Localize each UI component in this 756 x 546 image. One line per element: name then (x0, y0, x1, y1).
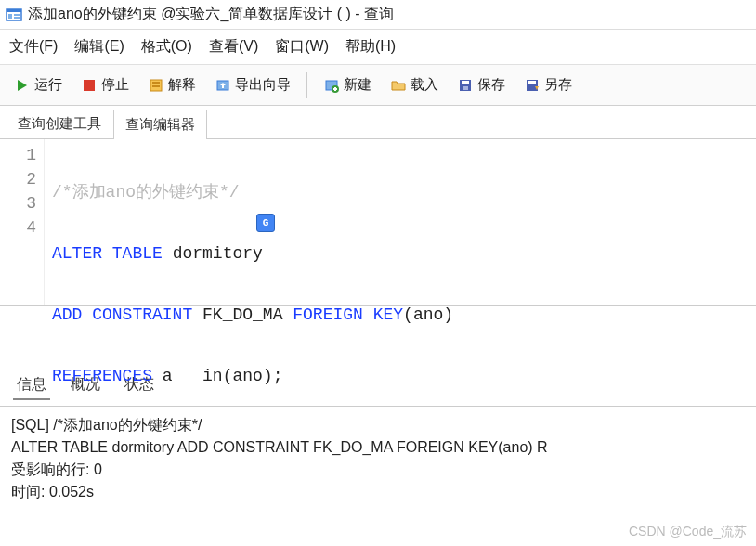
code-line-1: /*添加ano的外键约束*/ (52, 180, 750, 204)
svg-rect-2 (8, 14, 12, 19)
run-button[interactable]: 运行 (7, 72, 69, 98)
toolbar-separator (306, 72, 307, 98)
new-label: 新建 (344, 76, 371, 94)
code-line-3: ADD CONSTRAINT FK_DO_MA FOREIGN KEY(ano) (52, 303, 750, 327)
code-line-4: REFERENCES a in(ano); (52, 364, 750, 388)
keyword: REFERENCES (52, 367, 152, 385)
identifier: dormitory (163, 244, 263, 263)
sql-editor[interactable]: 1 2 3 4 /*添加ano的外键约束*/ ALTER TABLE dormi… (0, 139, 756, 306)
comment-text: /*添加ano的外键约束*/ (52, 183, 240, 202)
svg-rect-18 (463, 86, 468, 90)
gutter-line: 1 (0, 143, 36, 167)
svg-rect-1 (7, 9, 21, 12)
tab-query-builder[interactable]: 查询创建工具 (6, 109, 113, 138)
gutter-line: 4 (0, 215, 36, 240)
stop-label: 停止 (101, 76, 129, 94)
keyword: ALTER TABLE (52, 244, 163, 263)
export-icon (215, 77, 231, 94)
titlebar: 添加ano的外键约束 @实验六_简单数据库设计 ( ) - 查询 (0, 0, 756, 30)
menu-view[interactable]: 查看(V) (209, 37, 258, 57)
gutter-line: 2 (0, 167, 36, 191)
translate-overlay-icon[interactable]: G (256, 214, 275, 232)
save-icon (457, 77, 474, 94)
stop-button[interactable]: 停止 (74, 72, 136, 98)
tab-info[interactable]: 信息 (13, 371, 50, 400)
code-area[interactable]: /*添加ano的外键约束*/ ALTER TABLE dormitory ADD… (45, 139, 756, 306)
load-button[interactable]: 载入 (384, 72, 445, 98)
stop-icon (81, 77, 98, 94)
output-line: 时间: 0.052s (11, 481, 745, 503)
menu-format[interactable]: 格式(O) (141, 37, 192, 57)
run-label: 运行 (34, 76, 62, 94)
load-label: 载入 (411, 76, 438, 94)
output-line: 受影响的行: 0 (11, 459, 745, 481)
svg-rect-6 (84, 80, 95, 91)
code-line-2: ALTER TABLE dormitory (52, 241, 750, 266)
svg-rect-17 (462, 81, 469, 84)
identifier: FK_DO_MA (192, 306, 293, 324)
titlebar-text: 添加ano的外键约束 @实验六_简单数据库设计 ( ) - 查询 (28, 5, 394, 24)
query-window-icon (6, 6, 22, 23)
play-icon (14, 77, 31, 94)
identifier: (ano) (403, 306, 453, 324)
export-button[interactable]: 导出向导 (208, 72, 297, 98)
keyword: ADD CONSTRAINT (52, 306, 192, 324)
svg-rect-3 (14, 14, 20, 16)
folder-icon (390, 77, 407, 94)
save-label: 保存 (477, 76, 505, 94)
new-icon (323, 77, 340, 94)
svg-rect-8 (152, 82, 160, 84)
toolbar: 运行 停止 解释 导出向导 新建 载入 保存 另存 (0, 65, 756, 106)
svg-rect-4 (14, 17, 20, 19)
save-button[interactable]: 保存 (450, 72, 512, 98)
saveas-icon (524, 77, 541, 94)
saveas-button[interactable]: 另存 (517, 72, 579, 98)
saveas-label: 另存 (544, 76, 572, 94)
svg-rect-9 (152, 85, 160, 87)
keyword: FOREIGN KEY (293, 306, 403, 324)
explain-label: 解释 (168, 76, 196, 94)
svg-marker-5 (18, 80, 27, 91)
new-button[interactable]: 新建 (317, 72, 378, 98)
editor-tabs: 查询创建工具 查询编辑器 (0, 106, 756, 139)
gutter-line: 3 (0, 191, 36, 215)
export-label: 导出向导 (235, 76, 291, 94)
menu-help[interactable]: 帮助(H) (345, 37, 396, 57)
tab-query-editor[interactable]: 查询编辑器 (113, 110, 207, 139)
menu-edit[interactable]: 编辑(E) (74, 37, 124, 57)
menu-window[interactable]: 窗口(W) (275, 37, 329, 57)
svg-rect-20 (528, 81, 536, 84)
menu-file[interactable]: 文件(F) (9, 37, 58, 57)
identifier: in(ano); (173, 367, 283, 385)
explain-icon (148, 77, 164, 94)
watermark: CSDN @Code_流苏 (629, 524, 747, 540)
line-gutter: 1 2 3 4 (0, 139, 45, 306)
explain-button[interactable]: 解释 (141, 72, 202, 98)
identifier: a (152, 367, 173, 385)
svg-rect-15 (333, 88, 337, 90)
menubar: 文件(F) 编辑(E) 格式(O) 查看(V) 窗口(W) 帮助(H) (0, 30, 756, 65)
